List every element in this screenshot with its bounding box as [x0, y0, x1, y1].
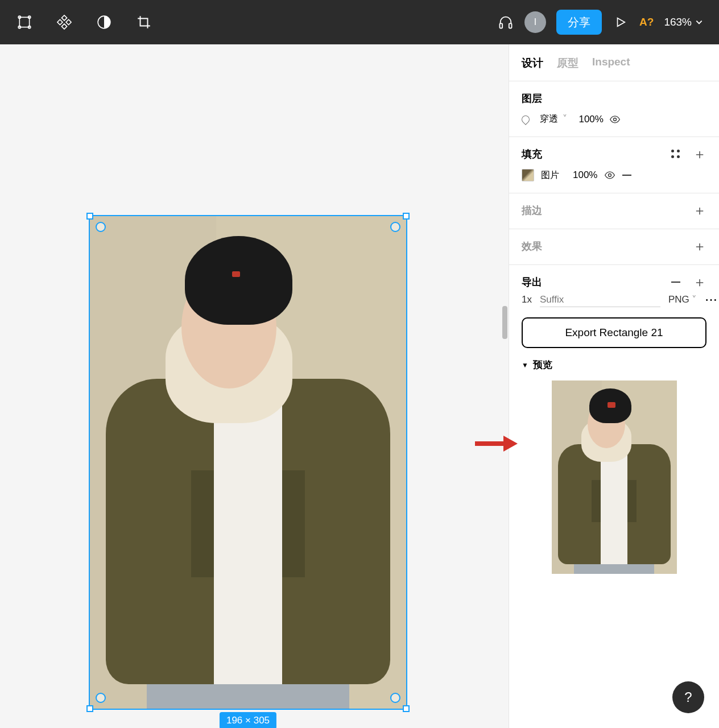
svg-rect-6: [57, 19, 63, 24]
canvas[interactable]: 196 × 305: [0, 44, 509, 728]
export-button[interactable]: Export Rectangle 21: [522, 317, 706, 348]
resize-handle-bl[interactable]: [86, 705, 93, 712]
zoom-value: 163%: [664, 16, 692, 28]
add-fill-button[interactable]: ＋: [693, 147, 706, 161]
layer-section: 图层 穿透 ˅ 100%: [509, 81, 719, 137]
resize-handle-br[interactable]: [403, 705, 410, 712]
panel-tabs: 设计 原型 Inspect: [509, 44, 719, 81]
export-section: 导出 ＋ 1x PNG ˅ ⋯ Export Rectangle 21 ▼ 预览: [509, 265, 719, 585]
add-stroke-button[interactable]: ＋: [693, 204, 706, 217]
svg-rect-0: [19, 17, 29, 27]
remove-fill-button[interactable]: [622, 175, 631, 176]
missing-fonts-indicator[interactable]: A?: [639, 16, 654, 28]
resize-handle-tr[interactable]: [403, 213, 410, 220]
present-icon[interactable]: [612, 14, 629, 31]
preview-toggle[interactable]: ▼ 预览: [522, 358, 706, 371]
share-button[interactable]: 分享: [556, 10, 602, 35]
remove-export-button[interactable]: [671, 282, 680, 283]
components-icon[interactable]: [56, 14, 73, 31]
tab-prototype[interactable]: 原型: [557, 56, 578, 71]
stroke-title: 描边: [522, 204, 542, 217]
tab-inspect[interactable]: Inspect: [592, 56, 630, 71]
headphones-icon[interactable]: [497, 14, 514, 31]
caret-down-icon: ▼: [522, 361, 528, 369]
zoom-level[interactable]: 163%: [664, 16, 703, 28]
svg-rect-8: [61, 24, 67, 29]
image-content: [90, 216, 406, 709]
scrollbar-vertical[interactable]: [502, 306, 507, 339]
svg-marker-12: [618, 18, 625, 27]
add-effect-button[interactable]: ＋: [693, 239, 706, 253]
layer-opacity[interactable]: 100%: [578, 114, 603, 125]
export-format-select[interactable]: PNG ˅: [668, 294, 697, 306]
selection-box[interactable]: 196 × 305: [89, 215, 407, 710]
frame-tool-icon[interactable]: [16, 14, 33, 31]
resize-handle-tl[interactable]: [86, 213, 93, 220]
layer-title: 图层: [522, 92, 706, 105]
effects-title: 效果: [522, 239, 542, 253]
blend-mode-icon: [520, 114, 531, 125]
svg-rect-11: [509, 23, 512, 28]
effects-section: 效果 ＋: [509, 229, 719, 265]
svg-point-14: [609, 174, 611, 177]
svg-rect-5: [61, 15, 67, 20]
mask-icon[interactable]: [96, 14, 113, 31]
avatar-initial: I: [534, 17, 536, 27]
chevron-down-icon: ˅: [560, 114, 567, 123]
svg-point-13: [613, 118, 616, 121]
fill-type-label[interactable]: 图片: [541, 169, 559, 181]
radius-handle-tl[interactable]: [96, 222, 106, 232]
radius-handle-br[interactable]: [390, 693, 400, 703]
fill-opacity[interactable]: 100%: [573, 169, 597, 181]
preview-label: 预览: [533, 358, 552, 371]
avatar[interactable]: I: [524, 11, 546, 33]
export-suffix-input[interactable]: [540, 293, 660, 307]
chevron-down-icon: ˅: [692, 294, 697, 306]
export-scale[interactable]: 1x: [522, 294, 532, 305]
add-export-button[interactable]: ＋: [693, 275, 706, 289]
export-preview: [552, 380, 677, 574]
properties-panel: 设计 原型 Inspect 图层 穿透 ˅ 100% 填充 ＋: [509, 44, 719, 728]
export-options-button[interactable]: ⋯: [705, 292, 718, 307]
fill-visibility-icon[interactable]: [604, 169, 615, 181]
top-toolbar: I 分享 A? 163%: [0, 0, 719, 44]
visibility-toggle-icon[interactable]: [609, 114, 621, 125]
selection-size-badge: 196 × 305: [220, 712, 276, 728]
style-grid-icon[interactable]: [671, 150, 680, 159]
fill-section: 填充 ＋ 图片 100%: [509, 137, 719, 193]
help-button[interactable]: ?: [672, 681, 704, 713]
selected-image[interactable]: [90, 216, 406, 709]
crop-icon[interactable]: [135, 14, 152, 31]
svg-rect-10: [500, 23, 503, 28]
radius-handle-bl[interactable]: [96, 693, 106, 703]
radius-handle-tr[interactable]: [390, 222, 400, 232]
tab-design[interactable]: 设计: [522, 56, 543, 71]
export-title: 导出: [522, 275, 542, 289]
fill-title: 填充: [522, 147, 542, 161]
svg-rect-7: [66, 19, 71, 24]
fill-swatch[interactable]: [522, 169, 534, 181]
chevron-down-icon: [695, 18, 703, 26]
blend-mode-select[interactable]: 穿透 ˅: [540, 113, 567, 125]
stroke-section: 描边 ＋: [509, 193, 719, 229]
